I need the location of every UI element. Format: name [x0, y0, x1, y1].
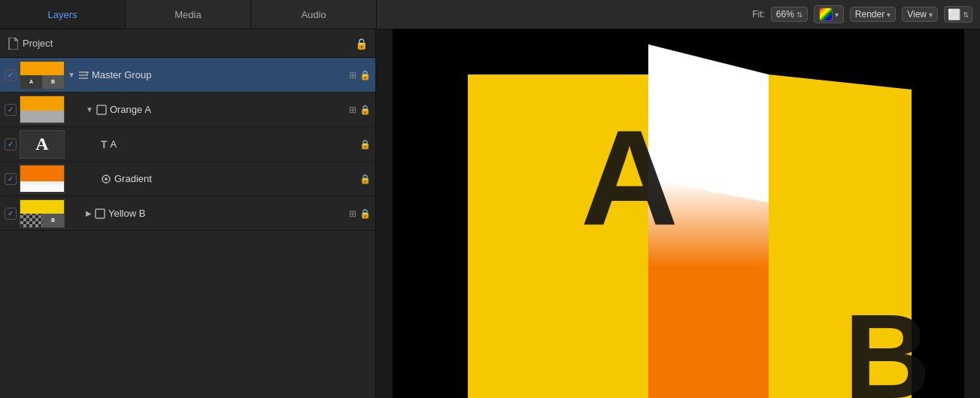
layer-thumbnail-orange-a — [20, 96, 65, 124]
fit-control[interactable]: 66% ⇅ — [771, 7, 808, 22]
project-lock-icon[interactable]: 🔒 — [355, 38, 368, 50]
svg-rect-10 — [96, 209, 105, 218]
a-text-icon: T — [101, 138, 108, 150]
tab-group: Layers Media Audio — [0, 0, 377, 29]
top-bar: Layers Media Audio Fit: 66% ⇅ ▾ Render ▾… — [0, 0, 980, 29]
layer-name-master-group: Master Group — [92, 69, 346, 81]
layer-checkbox-master-group[interactable] — [5, 69, 17, 81]
layer-checkbox-a-text[interactable] — [5, 138, 17, 150]
orange-a-lock-icon[interactable]: 🔒 — [360, 105, 371, 115]
master-group-lock-icon[interactable]: 🔒 — [360, 70, 371, 81]
master-group-stack-icon[interactable]: ⊞ — [349, 70, 357, 81]
layer-actions-yellow-b: ⊞ 🔒 — [349, 208, 371, 219]
yellow-b-icon — [95, 208, 105, 219]
tab-media[interactable]: Media — [126, 0, 251, 29]
layer-name-gradient: Gradient — [114, 173, 357, 184]
layer-actions-gradient: 🔒 — [360, 174, 371, 184]
layer-name-orange-a: Orange A — [110, 104, 346, 115]
render-control[interactable]: Render ▾ — [850, 7, 896, 22]
layer-name-yellow-b: Yellow B — [108, 208, 346, 219]
color-control[interactable]: ▾ — [814, 5, 844, 23]
canvas-area: A B — [376, 29, 980, 398]
yellow-b-lock-icon[interactable]: 🔒 — [360, 208, 371, 219]
toolbar-right: Fit: 66% ⇅ ▾ Render ▾ View ▾ ⬜ ⇅ — [752, 5, 980, 23]
orange-a-icon — [96, 105, 107, 115]
tab-audio[interactable]: Audio — [251, 0, 377, 29]
svg-point-5 — [105, 178, 108, 181]
layer-thumbnail-master-group: A B — [20, 61, 65, 90]
gradient-icon — [101, 174, 111, 184]
layer-checkbox-gradient[interactable] — [5, 173, 17, 185]
canvas-preview: A B — [393, 29, 964, 398]
left-panel: Project 🔒 A B ▼ Master Group — [0, 29, 376, 398]
project-label: Project — [8, 38, 53, 50]
view-control[interactable]: View ▾ — [902, 7, 938, 22]
main-content: Project 🔒 A B ▼ Master Group — [0, 29, 980, 398]
layer-actions-orange-a: ⊞ 🔒 — [349, 105, 371, 115]
svg-text:A: A — [581, 102, 678, 254]
fit-stepper-icon: ⇅ — [796, 11, 803, 19]
master-group-icon — [78, 70, 89, 81]
orange-a-stack-icon[interactable]: ⊞ — [349, 105, 357, 115]
orange-a-chevron[interactable]: ▼ — [86, 105, 93, 114]
layer-thumbnail-a-text: A — [20, 130, 65, 159]
view-chevron-icon: ▾ — [929, 11, 933, 19]
layer-checkbox-yellow-b[interactable] — [5, 208, 17, 220]
svg-text:B: B — [844, 289, 931, 398]
window-stepper-icon: ⇅ — [963, 11, 969, 19]
project-row: Project 🔒 — [0, 29, 375, 58]
a-text-lock-icon[interactable]: 🔒 — [360, 139, 371, 150]
layer-thumbnail-gradient — [20, 165, 65, 193]
layer-actions-master-group: ⊞ 🔒 — [349, 70, 371, 81]
yellow-b-chevron[interactable]: ▶ — [86, 209, 92, 217]
layer-thumbnail-yellow-b: B — [20, 199, 65, 228]
fit-label: Fit: — [752, 9, 765, 20]
color-swatch — [819, 8, 833, 21]
tab-layers[interactable]: Layers — [0, 0, 126, 29]
layer-row-a-text[interactable]: A T A 🔒 — [0, 127, 375, 162]
layer-row-master-group[interactable]: A B ▼ Master Group ⊞ 🔒 — [0, 58, 375, 93]
layer-row-yellow-b[interactable]: B ▶ Yellow B ⊞ 🔒 — [0, 196, 375, 231]
yellow-b-stack-icon[interactable]: ⊞ — [349, 208, 357, 219]
layer-actions-a-text: 🔒 — [360, 139, 371, 150]
project-name: Project — [23, 38, 53, 49]
render-chevron-icon: ▾ — [887, 11, 890, 19]
layer-name-a-text: A — [111, 138, 357, 150]
window-icon: ⬜ — [948, 8, 960, 20]
layer-row-gradient[interactable]: Gradient 🔒 — [0, 162, 375, 196]
svg-rect-3 — [97, 105, 106, 114]
master-group-chevron[interactable]: ▼ — [68, 71, 75, 79]
window-control[interactable]: ⬜ ⇅ — [944, 6, 972, 23]
layer-checkbox-orange-a[interactable] — [5, 104, 17, 116]
layer-row-orange-a[interactable]: ▼ Orange A ⊞ 🔒 — [0, 93, 375, 127]
color-chevron-icon: ▾ — [835, 11, 839, 19]
file-icon — [8, 38, 18, 50]
gradient-lock-icon[interactable]: 🔒 — [360, 174, 371, 184]
